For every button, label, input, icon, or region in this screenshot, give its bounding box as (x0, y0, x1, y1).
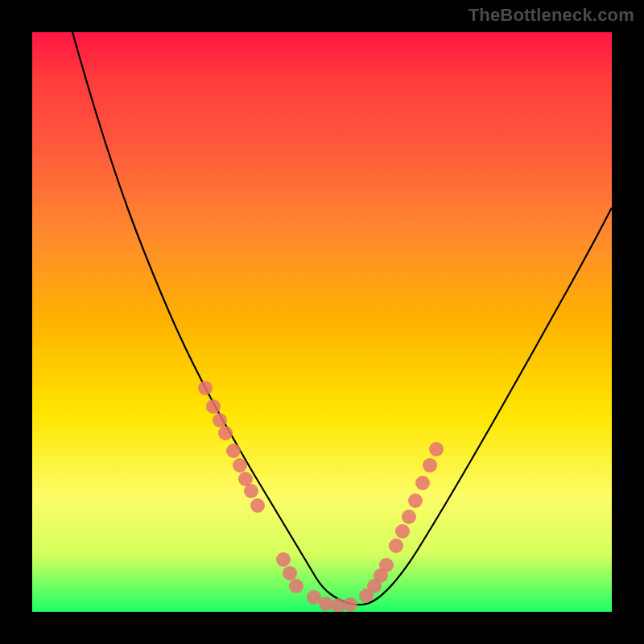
highlight-dot (250, 498, 265, 513)
highlight-dot (379, 558, 394, 572)
highlight-dot (402, 510, 416, 524)
highlight-dot (415, 476, 430, 490)
plot-area (32, 32, 612, 612)
highlight-dot (218, 426, 233, 440)
highlight-dot (429, 442, 444, 456)
highlight-dot (283, 566, 297, 580)
bottleneck-curve (72, 32, 612, 605)
highlight-dot (408, 493, 423, 508)
highlight-dot (233, 458, 247, 473)
highlight-dot (389, 539, 403, 553)
watermark-text: TheBottleneck.com (469, 5, 634, 26)
highlight-dots (198, 381, 444, 612)
highlight-dot (198, 381, 213, 395)
chart-frame: TheBottleneck.com (0, 0, 644, 644)
highlight-dot (213, 413, 227, 427)
curve-svg (32, 32, 612, 612)
highlight-dot (423, 458, 437, 473)
highlight-dot (395, 524, 410, 539)
highlight-dot (206, 399, 221, 414)
highlight-dot (226, 444, 241, 458)
highlight-dot (276, 552, 291, 567)
highlight-dot (289, 579, 303, 593)
highlight-dot (244, 484, 258, 498)
highlight-dot (343, 597, 357, 612)
